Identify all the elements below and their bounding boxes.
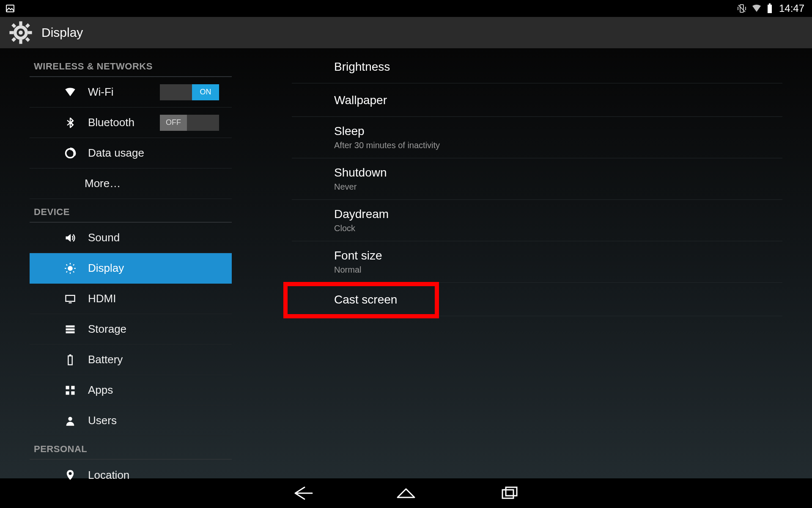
svg-line-4 — [738, 5, 745, 12]
sidebar-item-label: Sound — [88, 231, 232, 244]
svg-line-26 — [73, 264, 74, 265]
row-wallpaper[interactable]: Wallpaper — [292, 83, 782, 117]
svg-point-18 — [68, 266, 73, 271]
sidebar-item-label: Users — [88, 414, 232, 427]
bluetooth-toggle[interactable]: OFF — [160, 115, 219, 131]
svg-line-14 — [26, 38, 29, 41]
sidebar: WIRELESS & NETWORKS Wi-Fi ON Bluetooth O… — [0, 48, 237, 478]
sidebar-item-bluetooth[interactable]: Bluetooth OFF — [30, 108, 232, 138]
row-title: Cast screen — [334, 293, 782, 306]
battery-icon — [63, 354, 77, 366]
wifi-icon — [63, 86, 77, 98]
row-title: Daydream — [334, 207, 782, 221]
nav-back-button[interactable] — [289, 484, 316, 502]
wifi-toggle[interactable]: ON — [160, 84, 219, 100]
bluetooth-icon — [63, 117, 77, 129]
svg-line-16 — [26, 25, 29, 27]
apps-icon — [63, 384, 77, 396]
vibrate-muted-icon — [737, 3, 747, 14]
row-subtitle: After 30 minutes of inactivity — [334, 141, 782, 150]
row-font-size[interactable]: Font size Normal — [292, 241, 782, 283]
notification-image-icon — [5, 3, 15, 14]
section-header-device: DEVICE — [30, 199, 232, 223]
svg-rect-27 — [66, 295, 75, 301]
row-subtitle: Normal — [334, 265, 782, 275]
svg-point-39 — [69, 472, 72, 475]
sidebar-item-label: Apps — [88, 384, 232, 397]
users-icon — [63, 415, 77, 427]
sidebar-item-storage[interactable]: Storage — [30, 314, 232, 345]
row-title: Sleep — [334, 124, 782, 138]
content-area: WIRELESS & NETWORKS Wi-Fi ON Bluetooth O… — [0, 48, 812, 478]
svg-point-38 — [68, 417, 72, 420]
nav-home-button[interactable] — [392, 484, 420, 502]
sidebar-item-wifi[interactable]: Wi-Fi ON — [30, 77, 232, 108]
sidebar-item-label: Wi-Fi — [88, 86, 149, 99]
row-daydream[interactable]: Daydream Clock — [292, 200, 782, 241]
svg-rect-6 — [769, 3, 771, 5]
svg-rect-5 — [768, 5, 772, 13]
nav-recent-apps-button[interactable] — [496, 484, 523, 502]
svg-rect-35 — [71, 386, 74, 389]
wifi-status-icon — [751, 3, 762, 14]
svg-rect-36 — [66, 391, 69, 395]
svg-line-13 — [13, 25, 15, 27]
status-bar: 14:47 — [0, 0, 812, 17]
row-title: Shutdown — [334, 166, 782, 179]
sidebar-item-data-usage[interactable]: Data usage — [30, 138, 232, 168]
display-brightness-icon — [63, 262, 77, 274]
svg-rect-40 — [502, 490, 513, 498]
sidebar-item-more[interactable]: More… — [30, 168, 232, 199]
row-subtitle: Clock — [334, 224, 782, 233]
svg-rect-29 — [66, 325, 75, 327]
row-title: Brightness — [334, 60, 782, 74]
sidebar-item-label: Bluetooth — [88, 116, 149, 129]
svg-rect-33 — [69, 354, 71, 356]
row-subtitle: Never — [334, 182, 782, 192]
row-title: Wallpaper — [334, 94, 782, 107]
sidebar-item-label: More… — [85, 177, 232, 190]
sidebar-item-hdmi[interactable]: HDMI — [30, 284, 232, 314]
svg-rect-31 — [66, 331, 75, 333]
svg-rect-34 — [66, 386, 69, 389]
page-title: Display — [41, 25, 83, 40]
row-brightness[interactable]: Brightness — [292, 50, 782, 83]
sound-icon — [63, 232, 77, 244]
svg-rect-30 — [66, 328, 75, 330]
sidebar-item-label: Data usage — [88, 146, 232, 160]
sidebar-item-label: Display — [88, 262, 232, 275]
svg-line-25 — [66, 271, 67, 272]
section-header-personal: PERSONAL — [30, 436, 232, 460]
svg-rect-41 — [506, 487, 517, 496]
settings-gear-icon[interactable] — [8, 19, 34, 46]
hdmi-monitor-icon — [63, 293, 77, 305]
sidebar-item-display[interactable]: Display — [30, 253, 232, 284]
sidebar-item-label: Storage — [88, 323, 232, 336]
svg-rect-37 — [71, 391, 74, 395]
svg-line-23 — [66, 264, 67, 265]
action-bar: Display — [0, 17, 812, 48]
svg-rect-0 — [6, 5, 14, 12]
sidebar-item-label: HDMI — [88, 292, 232, 305]
sidebar-item-sound[interactable]: Sound — [30, 223, 232, 253]
data-usage-icon — [63, 147, 77, 159]
sidebar-item-users[interactable]: Users — [30, 406, 232, 436]
svg-rect-32 — [68, 356, 72, 364]
main-panel: Brightness Wallpaper Sleep After 30 minu… — [237, 48, 812, 478]
battery-status-icon — [766, 3, 773, 14]
svg-line-15 — [13, 38, 15, 41]
section-header-wireless: WIRELESS & NETWORKS — [30, 53, 232, 77]
sidebar-item-label: Battery — [88, 353, 232, 366]
sidebar-item-apps[interactable]: Apps — [30, 375, 232, 406]
row-sleep[interactable]: Sleep After 30 minutes of inactivity — [292, 117, 782, 158]
row-cast-screen[interactable]: Cast screen — [292, 283, 782, 316]
sidebar-item-battery[interactable]: Battery — [30, 345, 232, 375]
sidebar-item-location[interactable]: Location — [30, 460, 232, 490]
status-clock: 14:47 — [779, 3, 804, 14]
row-shutdown[interactable]: Shutdown Never — [292, 158, 782, 200]
sidebar-item-label: Location — [88, 469, 232, 482]
location-pin-icon — [63, 469, 77, 481]
svg-line-24 — [73, 271, 74, 272]
row-title: Font size — [334, 249, 782, 262]
svg-rect-28 — [69, 302, 72, 303]
